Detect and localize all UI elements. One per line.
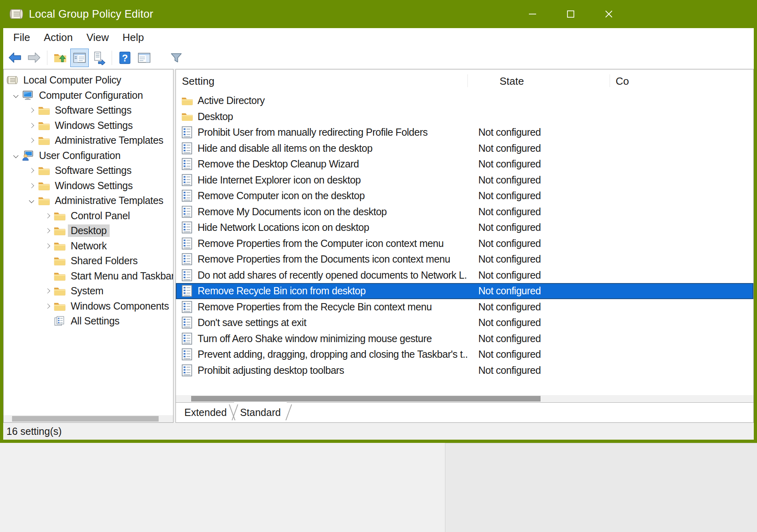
forward-arrow-icon [27,51,41,65]
tree-item-user-configuration[interactable]: User Configuration [4,148,173,163]
tree-item-system[interactable]: System [4,283,173,299]
list-row-remove-computer-icon-on-the-desktop[interactable]: Remove Computer icon on the desktopNot c… [176,188,753,204]
tree-horizontal-scrollbar[interactable] [4,415,173,422]
chevron-expanded-icon[interactable] [27,199,37,202]
toolbar: ? [3,47,754,69]
tree-item-network[interactable]: Network [4,238,173,254]
tree-item-administrative-templates[interactable]: Administrative Templates [4,193,173,208]
list-row-do-not-add-shares-of-recently-opened-documents-to-network-l[interactable]: Do not add shares of recently opened doc… [176,267,753,283]
state-cell: Not configured [478,299,541,315]
chevron-collapsed-icon[interactable] [42,289,53,293]
tree-scrollbar-thumb[interactable] [12,416,159,422]
setting-label: Remove Computer icon on the desktop [198,190,365,202]
list-row-prohibit-adjusting-desktop-toolbars[interactable]: Prohibit adjusting desktop toolbarsNot c… [176,363,753,379]
maximize-button[interactable] [551,0,590,28]
column-divider[interactable] [467,74,468,87]
column-divider[interactable] [610,74,610,87]
setting-label: Remove Properties from the Documents ico… [198,253,450,265]
chevron-collapsed-icon[interactable] [42,229,53,232]
tab-extended[interactable]: Extended [177,403,235,422]
setting-cell: Hide Internet Explorer icon on desktop [176,172,467,188]
minimize-button[interactable] [513,0,551,28]
list-scrollbar-thumb[interactable] [191,396,541,402]
chevron-collapsed-icon[interactable] [27,184,37,188]
chevron-collapsed-icon[interactable] [27,124,37,127]
list-header: Setting State Co [176,69,753,93]
settings-pane: Setting State Co Active DirectoryDesktop… [175,69,754,423]
setting-cell: Active Directory [176,93,467,109]
show-action-pane-button[interactable] [135,49,153,67]
list-row-hide-internet-explorer-icon-on-desktop[interactable]: Hide Internet Explorer icon on desktopNo… [176,172,753,188]
show-console-tree-button[interactable] [70,49,89,67]
setting-icon [181,253,193,266]
tree-item-software-settings[interactable]: Software Settings [4,103,173,118]
column-header-state[interactable]: State [500,69,524,93]
list-horizontal-scrollbar[interactable] [176,395,753,402]
state-cell: Not configured [478,124,541,141]
list-row-prevent-adding-dragging-dropping-and-closing-the-taskbar-s-t[interactable]: Prevent adding, dragging, dropping and c… [176,347,753,363]
list-row-active-directory[interactable]: Active Directory [176,93,753,109]
chevron-collapsed-icon[interactable] [42,304,53,308]
column-header-setting[interactable]: Setting [182,69,214,93]
tree-item-windows-settings[interactable]: Windows Settings [4,118,173,133]
list-row-remove-properties-from-the-recycle-bin-context-menu[interactable]: Remove Properties from the Recycle Bin c… [176,299,753,315]
chevron-collapsed-icon[interactable] [27,139,37,142]
export-list-icon [92,51,106,65]
setting-cell: Prevent adding, dragging, dropping and c… [176,347,467,363]
list-row-hide-network-locations-icon-on-desktop[interactable]: Hide Network Locations icon on desktopNo… [176,220,753,236]
chevron-expanded-icon[interactable] [10,94,21,97]
list-row-don-t-save-settings-at-exit[interactable]: Don't save settings at exitNot configure… [176,315,753,331]
tree-item-label: All Settings [68,315,122,327]
list-row-desktop[interactable]: Desktop [176,109,753,125]
filter-button[interactable] [167,49,186,67]
chevron-collapsed-icon[interactable] [27,108,37,112]
toolbar-divider [112,51,112,65]
list-row-remove-the-desktop-cleanup-wizard[interactable]: Remove the Desktop Cleanup WizardNot con… [176,156,753,172]
list-row-remove-properties-from-the-computer-icon-context-menu[interactable]: Remove Properties from the Computer icon… [176,236,753,252]
setting-cell: Desktop [176,109,467,125]
user-icon [22,150,34,161]
folder-icon [53,210,65,221]
tree-item-administrative-templates[interactable]: Administrative Templates [4,133,173,148]
help-icon: ? [118,51,132,65]
tree-item-shared-folders[interactable]: Shared Folders [4,253,173,269]
tree-item-all-settings[interactable]: All Settings [4,314,173,329]
export-list-button[interactable] [90,49,108,67]
tree-item-local-computer-policy[interactable]: Local Computer Policy [4,73,173,88]
setting-icon [181,300,193,313]
tree-item-start-menu-and-taskbar[interactable]: Start Menu and Taskbar [4,269,173,284]
chevron-collapsed-icon[interactable] [42,244,53,248]
setting-icon [181,190,193,202]
setting-label: Active Directory [198,95,265,106]
state-cell: Not configured [478,172,541,188]
tree-item-software-settings[interactable]: Software Settings [4,163,173,178]
list-row-hide-and-disable-all-items-on-the-desktop[interactable]: Hide and disable all items on the deskto… [176,141,753,157]
menu-help[interactable]: Help [116,28,151,47]
list-row-prohibit-user-from-manually-redirecting-profile-folders[interactable]: Prohibit User from manually redirecting … [176,124,753,141]
help-button[interactable]: ? [116,49,134,67]
chevron-expanded-icon[interactable] [10,154,21,157]
menu-view[interactable]: View [80,28,116,47]
menu-file[interactable]: File [6,28,37,47]
forward-arrow-button[interactable] [25,49,43,67]
column-header-comment[interactable]: Co [616,69,629,93]
list-row-turn-off-aero-shake-window-minimizing-mouse-gesture[interactable]: Turn off Aero Shake window minimizing mo… [176,331,753,347]
tree-item-control-panel[interactable]: Control Panel [4,208,173,224]
chevron-collapsed-icon[interactable] [42,214,53,218]
chevron-collapsed-icon[interactable] [27,169,37,172]
list-row-remove-recycle-bin-icon-from-desktop[interactable]: Remove Recycle Bin icon from desktopNot … [176,283,753,299]
menu-action[interactable]: Action [37,28,80,47]
close-button[interactable] [590,0,628,28]
tree-item-computer-configuration[interactable]: Computer Configuration [4,88,173,103]
tab-standard[interactable]: Standard [233,403,288,422]
tree-item-windows-settings[interactable]: Windows Settings [4,178,173,194]
setting-icon [181,364,193,377]
title-bar[interactable]: Local Group Policy Editor [0,0,757,28]
list-row-remove-my-documents-icon-on-the-desktop[interactable]: Remove My Documents icon on the desktopN… [176,204,753,220]
tree-item-windows-components[interactable]: Windows Components [4,299,173,314]
up-one-level-button[interactable] [51,49,69,67]
list-row-remove-properties-from-the-documents-icon-context-menu[interactable]: Remove Properties from the Documents ico… [176,251,753,267]
back-arrow-button[interactable] [6,49,24,67]
tree-item-desktop[interactable]: Desktop [4,223,173,238]
state-cell: Not configured [478,283,541,299]
